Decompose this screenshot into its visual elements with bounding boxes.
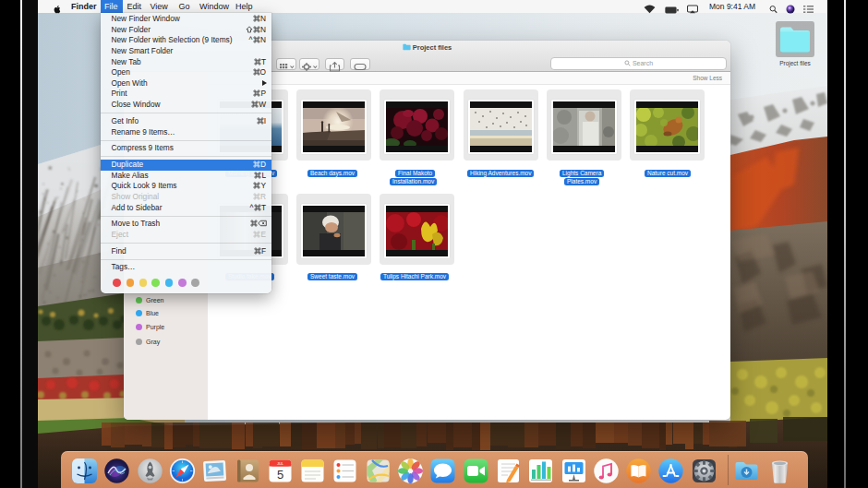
svg-text:JUL: JUL: [277, 461, 284, 466]
svg-text:5: 5: [277, 468, 283, 482]
